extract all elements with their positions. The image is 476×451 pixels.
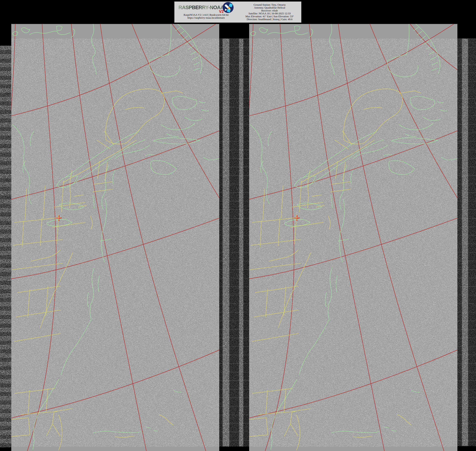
noise-texture-dark [11,39,219,447]
satellite-image-channel-a [11,24,219,451]
satellite-logo-icon [223,2,234,13]
version-badge: V2 [219,10,224,13]
elevation-line: Max Elevation: 41° East | Sun Elevation:… [238,15,301,18]
sync-bar-left [0,46,11,447]
branding-block: RASPBERRY-NOAA V2 RaspiNOAA V2 | v4.0 | … [174,1,238,23]
minute-markers-middle [219,39,249,446]
noise-texture-dark [249,39,457,447]
logo-wordmark: RASPBERRY-NOAA [179,1,224,13]
antenna-line: Antenna: Quadrafilar Helical [238,6,301,9]
minute-markers-left [0,46,11,447]
ground-station-line: Ground Station: Tiny, Ontario [238,3,301,6]
local-url-line: https://raspberry-noaa.localdomain [187,16,225,19]
satellite-line: Satellite: NOAA 18 | 16-08-2025 12:33 [238,12,301,15]
capture-info-header: RASPBERRY-NOAA V2 RaspiNOAA V2 | v4.0 | … [174,1,301,23]
sync-bar-right [457,39,476,446]
station-info-block: Ground Station: Tiny, Ontario Antenna: Q… [238,1,301,23]
minute-markers-right [457,39,476,446]
direction-line: Direction: Southbound | histeq | Gain: 4… [238,18,301,21]
sync-bar-middle [219,39,249,446]
satellite-image-channel-b [249,24,457,451]
receiver-line: Receiver: rtlsdr [238,9,301,12]
software-version-line: RaspiNOAA V2 | v4.0 | Bookworm 64-bit [184,13,229,16]
raspberry-noaa-logo: RASPBERRY-NOAA V2 [179,1,234,13]
